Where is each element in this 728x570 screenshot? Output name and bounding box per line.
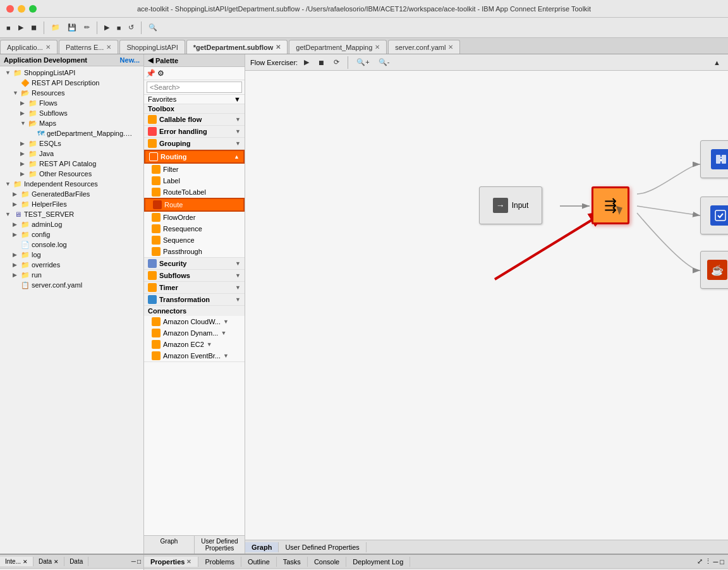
toolbar-btn-1[interactable]: ■	[4, 23, 13, 33]
btm-tab-data1[interactable]: Data ✕	[33, 557, 64, 566]
transformation-header[interactable]: Transformation ▼	[144, 294, 245, 305]
flow-node-javacompute[interactable]: ☕ Java Compute	[700, 251, 728, 289]
tree-item-server-conf-yaml[interactable]: 📋 server.conf.yaml	[0, 280, 143, 290]
callable-flow-header[interactable]: Callable flow ▼	[144, 114, 245, 125]
flow-stop-btn[interactable]: ⏹	[315, 58, 327, 68]
inte-tab-close[interactable]: ✕	[23, 559, 28, 565]
tab-getdepartment-subflow[interactable]: *getDepartment.subflow ✕	[186, 40, 288, 54]
toolbar-btn-7[interactable]: ▶	[102, 22, 112, 33]
flow-node-route[interactable]: ⇶	[592, 186, 629, 224]
new-link[interactable]: New...	[120, 56, 140, 64]
palette-item-floworder[interactable]: FlowOrder	[144, 212, 245, 223]
palette-search-input[interactable]	[147, 82, 242, 93]
minimize-button[interactable]	[18, 5, 25, 13]
tree-item-rest-api-catalog[interactable]: ▶ 📁 REST API Catalog	[0, 159, 143, 169]
toolbar-btn-2[interactable]: ▶	[16, 22, 26, 33]
tree-item-generated-bar[interactable]: ▶ 📁 GeneratedBarFiles	[0, 189, 143, 199]
btm-tab-integration[interactable]: Inte... ✕	[0, 557, 33, 566]
brh-tab-properties[interactable]: Properties ✕	[144, 557, 198, 567]
tab-getdepartment-mapping[interactable]: getDepartment_Mapping ✕	[289, 40, 387, 54]
brh-ext[interactable]: ⤢	[697, 557, 703, 566]
tree-item-mapping-file[interactable]: 🗺 getDepartment_Mapping.ma...	[0, 128, 143, 138]
toolbar-btn-3[interactable]: ◼	[28, 22, 39, 33]
tree-item-subflows[interactable]: ▶ 📁 Subflows	[0, 108, 143, 118]
palette-item-passthrough[interactable]: Passthrough	[144, 246, 245, 257]
tab-application[interactable]: Applicatio... ✕	[0, 40, 58, 54]
toolbar-btn-10[interactable]: 🔍	[146, 22, 160, 33]
subflows-header[interactable]: Subflows ▼	[144, 270, 245, 281]
close-button[interactable]	[6, 5, 14, 13]
btm-minimize[interactable]: ─	[131, 558, 136, 565]
flow-collapse-btn[interactable]: ▲	[711, 58, 723, 68]
tab-patterns[interactable]: Patterns E... ✕	[59, 40, 119, 54]
favorites-expand[interactable]: ▼	[234, 95, 241, 103]
flow-node-input[interactable]: → Input	[479, 186, 542, 224]
security-header[interactable]: Security ▼	[144, 258, 245, 269]
canvas-tab-graph[interactable]: Graph	[245, 542, 279, 552]
tree-item-overrides[interactable]: ▶ 📁 overrides	[0, 260, 143, 270]
grouping-header[interactable]: Grouping ▼	[144, 138, 245, 149]
flow-zoom-in-btn[interactable]: 🔍+	[354, 57, 372, 68]
palette-item-amazon-eventbr[interactable]: Amazon EventBr... ▼	[144, 350, 245, 361]
tree-item-other-resources[interactable]: ▶ 📁 Other Resources	[0, 169, 143, 179]
brh-tab-console[interactable]: Console	[308, 557, 346, 567]
tree-item-config[interactable]: ▶ 📁 config	[0, 229, 143, 240]
brh-tab-problems[interactable]: Problems	[198, 557, 241, 567]
flow-node-compute[interactable]: Compute	[700, 197, 728, 234]
palette-tab-graph[interactable]: Graph	[144, 536, 195, 554]
canvas-tab-user-defined[interactable]: User Defined Properties	[279, 542, 366, 552]
palette-item-amazon-cloudw[interactable]: Amazon CloudW... ▼	[144, 316, 245, 327]
tree-item-run[interactable]: ▶ 📁 run	[0, 270, 143, 280]
palette-item-route[interactable]: Route	[144, 198, 245, 212]
maximize-button[interactable]	[29, 5, 37, 13]
tab-server-conf[interactable]: server.conf.yaml ✕	[388, 40, 460, 54]
tree-item-shoppinglistapi[interactable]: ▼ 📁 ShoppingListAPI	[0, 68, 143, 78]
brh-maximize[interactable]: □	[720, 558, 724, 566]
tree-item-test-server[interactable]: ▼ 🖥 TEST_SERVER	[0, 209, 143, 219]
flow-node-mapping[interactable]: Mapping	[700, 140, 728, 178]
toolbar-btn-9[interactable]: ↺	[126, 22, 136, 33]
tab-close-application[interactable]: ✕	[46, 44, 51, 51]
tree-item-java[interactable]: ▶ 📁 Java	[0, 149, 143, 159]
palette-item-filter[interactable]: Filter	[144, 164, 245, 175]
toolbar-btn-5[interactable]: 💾	[65, 22, 79, 33]
tree-item-independent[interactable]: ▼ 📁 Independent Resources	[0, 179, 143, 189]
flow-zoom-out-btn[interactable]: 🔍-	[376, 57, 392, 68]
btm-tab-data2[interactable]: Data	[64, 557, 88, 566]
brh-tab-outline[interactable]: Outline	[241, 557, 277, 567]
palette-item-routetolabel[interactable]: RouteToLabel	[144, 186, 245, 198]
tree-item-log[interactable]: ▶ 📁 log	[0, 250, 143, 260]
palette-tab-user-defined[interactable]: User Defined Properties	[195, 536, 245, 554]
routing-header[interactable]: Routing ▲	[144, 150, 245, 164]
tab-close-server[interactable]: ✕	[448, 44, 453, 51]
palette-back-btn[interactable]: ◀	[148, 56, 153, 64]
prop-tab-close[interactable]: ✕	[186, 559, 191, 565]
brh-tab-tasks[interactable]: Tasks	[277, 557, 308, 567]
toolbar-btn-8[interactable]: ■	[114, 23, 124, 33]
data1-tab-close[interactable]: ✕	[54, 559, 59, 565]
tree-item-maps[interactable]: ▼ 📂 Maps	[0, 118, 143, 128]
tree-item-esqls[interactable]: ▶ 📁 ESQLs	[0, 138, 143, 149]
tree-item-adminlog[interactable]: ▶ 📁 adminLog	[0, 219, 143, 229]
tree-item-rest-api-desc[interactable]: 🔶 REST API Description	[0, 78, 143, 88]
palette-settings-icon[interactable]: ⚙	[157, 69, 164, 78]
error-handling-header[interactable]: Error handling ▼	[144, 126, 245, 137]
tab-close-subflow[interactable]: ✕	[276, 44, 281, 51]
brh-tab-deployment[interactable]: Deployment Log	[346, 557, 410, 567]
tab-shoppinglistapi[interactable]: ShoppingListAPI	[119, 40, 185, 54]
toolbar-btn-6[interactable]: ✏	[82, 22, 92, 33]
tree-item-resources[interactable]: ▼ 📂 Resources	[0, 88, 143, 98]
palette-item-amazon-dynam[interactable]: Amazon Dynam... ▼	[144, 327, 245, 339]
palette-item-amazon-ec2[interactable]: Amazon EC2 ▼	[144, 339, 245, 350]
brh-overflow[interactable]: ⋮	[705, 557, 712, 566]
btm-maximize[interactable]: □	[137, 558, 141, 565]
tree-item-console-log[interactable]: 📄 console.log	[0, 240, 143, 250]
palette-item-sequence[interactable]: Sequence	[144, 234, 245, 246]
brh-minimize[interactable]: ─	[713, 558, 719, 566]
canvas-drawing-area[interactable]: → Input ⇶ Mapping	[245, 71, 728, 540]
toolbar-btn-4[interactable]: 📁	[49, 22, 63, 33]
tab-close-patterns[interactable]: ✕	[106, 44, 111, 51]
palette-item-resequence[interactable]: Resequence	[144, 223, 245, 234]
timer-header[interactable]: Timer ▼	[144, 282, 245, 293]
connectors-header[interactable]: Connectors	[144, 306, 245, 316]
